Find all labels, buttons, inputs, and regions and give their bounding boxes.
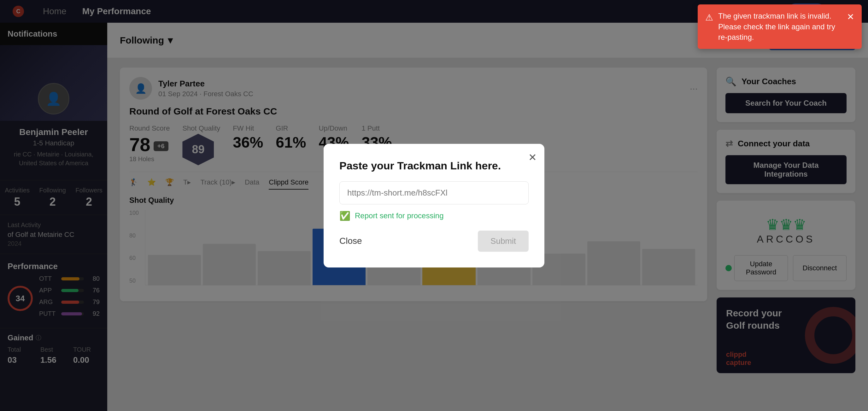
modal-overlay[interactable]: Paste your Trackman Link here. ✕ ✅ Repor…	[0, 0, 868, 411]
success-check-icon: ✅	[339, 211, 350, 221]
trackman-link-modal: Paste your Trackman Link here. ✕ ✅ Repor…	[323, 144, 545, 267]
modal-close-button[interactable]: ✕	[528, 151, 537, 163]
error-banner: ⚠ The given trackman link is invalid. Pl…	[698, 4, 862, 49]
close-error-button[interactable]: ✕	[847, 11, 854, 23]
warning-icon: ⚠	[705, 11, 713, 24]
modal-title: Paste your Trackman Link here.	[339, 160, 529, 172]
modal-success-message: ✅ Report sent for processing	[339, 211, 529, 221]
modal-close-text-button[interactable]: Close	[339, 236, 362, 246]
modal-submit-button[interactable]: Submit	[478, 230, 529, 252]
modal-footer: Close Submit	[339, 230, 529, 252]
trackman-link-input[interactable]	[339, 181, 529, 204]
error-message: The given trackman link is invalid. Plea…	[718, 11, 842, 42]
success-text: Report sent for processing	[355, 211, 443, 220]
